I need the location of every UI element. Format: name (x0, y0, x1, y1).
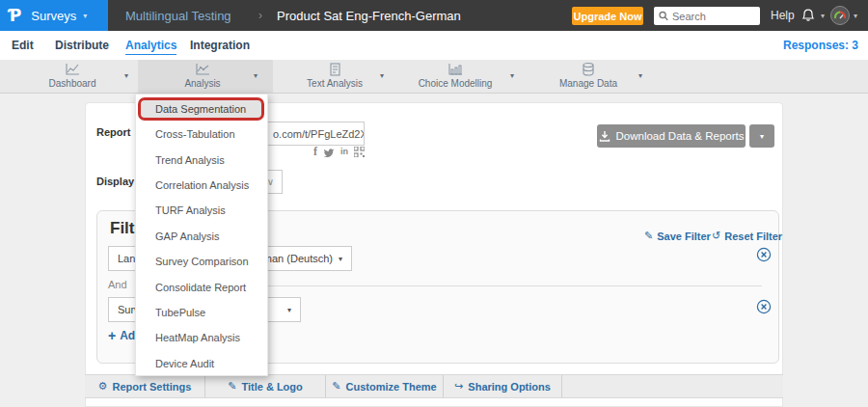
toolbar-analysis[interactable]: Analysis (149, 62, 256, 92)
toolbar-dashboard[interactable]: Dashboard (19, 62, 125, 92)
plus-icon: + (108, 328, 116, 343)
share-arrow-icon: ↪ (454, 380, 463, 393)
product-label: Surveys (31, 9, 76, 23)
menu-item-device-audit[interactable]: Device Audit (136, 351, 267, 376)
chevron-down-icon[interactable]: ▾ (254, 71, 258, 80)
qr-code-icon[interactable] (354, 147, 365, 157)
toolbar-choice-modelling[interactable]: Choice Modelling (402, 62, 508, 92)
breadcrumb-current-survey: Product Sat Eng-French-German (277, 9, 461, 23)
chevron-down-icon: ▾ (287, 306, 291, 314)
chevron-down-icon[interactable]: ▾ (380, 71, 384, 80)
menu-item-survey-comparison[interactable]: Survey Comparison (136, 249, 267, 274)
tab-sharing-options-label: Sharing Options (468, 381, 551, 393)
chevron-down-icon: ▾ (339, 255, 342, 263)
toolbar-choice-modelling-label: Choice Modelling (419, 78, 493, 89)
chevron-down-icon[interactable]: ▾ (854, 12, 857, 20)
nav-analytics[interactable]: Analytics (125, 39, 176, 55)
toolbar-manage-data-label: Manage Data (559, 78, 617, 89)
report-label: Report (96, 126, 130, 138)
menu-item-heatmap-analysis[interactable]: HeatMap Analysis (136, 325, 267, 350)
search-input[interactable] (672, 11, 755, 22)
upgrade-now-button[interactable]: Upgrade Now (572, 7, 643, 25)
questionpro-logo-icon: Ƥ (9, 6, 21, 25)
menu-item-gap-analysis[interactable]: GAP Analysis (136, 224, 267, 249)
tab-report-settings[interactable]: ⚙ Report Settings (85, 375, 205, 397)
menu-item-correlation-analysis[interactable]: Correlation Analysis (136, 173, 267, 198)
save-filter-link[interactable]: ✎ Save Filter (644, 230, 711, 242)
tab-customize-theme-label: Customize Theme (346, 381, 437, 393)
pencil-icon: ✎ (228, 380, 236, 393)
share-icons-row: f in (307, 147, 365, 157)
notifications-bell-icon[interactable] (800, 7, 816, 27)
and-operator-label: And (108, 279, 127, 290)
save-filter-label: Save Filter (657, 231, 711, 242)
chevron-down-icon[interactable]: ▾ (638, 71, 642, 80)
menu-item-consolidate-report[interactable]: Consolidate Report (136, 274, 267, 299)
reset-filter-label: Reset Filter (724, 231, 782, 242)
download-data-reports-button[interactable]: Download Data & Reports (597, 124, 746, 148)
pencil-icon: ✎ (644, 230, 653, 242)
menu-item-trend-analysis[interactable]: Trend Analysis (136, 147, 267, 172)
chevron-down-icon[interactable]: ▾ (821, 12, 825, 20)
download-options-caret-button[interactable]: ▾ (749, 124, 774, 148)
manage-data-database-icon (581, 62, 596, 77)
tab-title-logo-label: Title & Logo (241, 381, 302, 393)
responses-count[interactable]: Responses: 3 (783, 39, 858, 52)
facebook-icon[interactable]: f (313, 147, 317, 157)
tab-customize-theme[interactable]: ✎ Customize Theme (326, 375, 444, 397)
toolbar-text-analysis[interactable]: Text Analysis (282, 62, 388, 92)
text-analysis-doc-icon (328, 62, 342, 77)
analysis-chart-icon (195, 62, 211, 77)
nav-edit[interactable]: Edit (12, 39, 34, 52)
menu-item-cross-tabulation[interactable]: Cross-Tabulation (136, 122, 267, 147)
chevron-down-icon[interactable]: ▾ (124, 71, 128, 80)
chevron-down-icon[interactable]: ▾ (510, 71, 514, 80)
chevron-down-icon: ▾ (760, 132, 764, 141)
survey-nav: Edit Distribute Analytics Integration Re… (0, 31, 868, 60)
display-label: Display (96, 176, 134, 187)
app-window: Ƥ Surveys ▾ Multilingual Testing › Produ… (0, 0, 868, 407)
gears-icon: ⚙ (98, 380, 108, 393)
tab-sharing-options[interactable]: ↪ Sharing Options (444, 375, 562, 397)
report-settings-tabbar: ⚙ Report Settings ✎ Title & Logo ✎ Custo… (85, 374, 783, 398)
toolbar-text-analysis-label: Text Analysis (307, 78, 363, 89)
menu-item-tubepulse[interactable]: TubePulse (136, 300, 267, 325)
reset-icon: ↺ (712, 230, 720, 242)
menu-item-turf-analysis[interactable]: TURF Analysis (136, 198, 267, 223)
surveys-menu[interactable]: Ƥ Surveys ▾ (0, 0, 108, 31)
download-button-label: Download Data & Reports (616, 130, 745, 142)
nav-integration[interactable]: Integration (190, 39, 250, 52)
toolbar-dashboard-label: Dashboard (49, 78, 96, 89)
choice-modelling-chart-icon (448, 62, 464, 77)
user-avatar[interactable] (830, 6, 850, 25)
breadcrumb-parent[interactable]: Multilingual Testing (125, 9, 231, 23)
analysis-dropdown-menu: Data Segmentation Cross-Tabulation Trend… (135, 94, 268, 376)
download-icon (599, 130, 610, 142)
chevron-down-icon[interactable]: ▾ (83, 12, 87, 20)
search-box (654, 7, 760, 25)
reset-filter-link[interactable]: ↺ Reset Filter (712, 230, 782, 242)
remove-filter-2-icon[interactable] (756, 299, 772, 314)
help-link[interactable]: Help (771, 9, 795, 22)
linkedin-icon[interactable]: in (340, 147, 348, 157)
top-header: Ƥ Surveys ▾ Multilingual Testing › Produ… (0, 0, 868, 31)
toolbar-analysis-label: Analysis (184, 78, 220, 89)
tab-title-logo[interactable]: ✎ Title & Logo (205, 375, 326, 397)
tab-report-settings-label: Report Settings (112, 381, 191, 393)
menu-item-data-segmentation[interactable]: Data Segmentation (138, 97, 264, 121)
pencil-icon: ✎ (332, 380, 340, 393)
twitter-icon[interactable] (323, 148, 335, 157)
dashboard-chart-icon (65, 62, 81, 77)
search-icon (659, 11, 668, 21)
nav-distribute[interactable]: Distribute (55, 39, 109, 52)
toolbar-manage-data[interactable]: Manage Data (535, 62, 641, 92)
breadcrumb-separator: › (258, 9, 262, 22)
remove-filter-1-icon[interactable] (756, 247, 772, 262)
analytics-toolbar: Dashboard ▾ Analysis ▾ Text Analysis ▾ C… (0, 60, 868, 94)
